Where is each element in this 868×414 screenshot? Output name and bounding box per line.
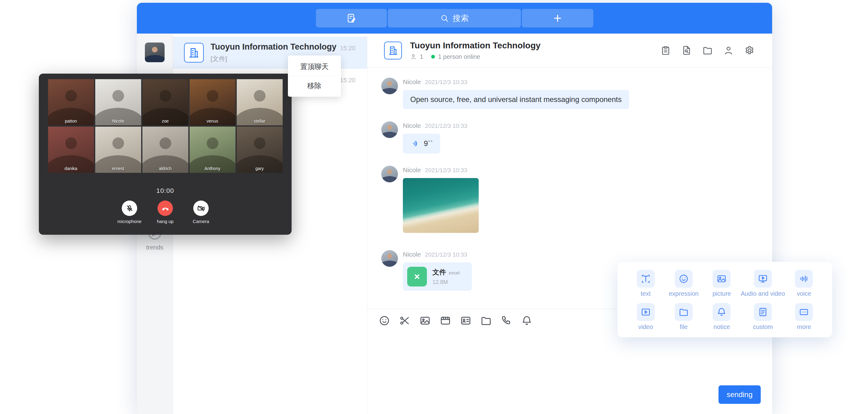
- mic-off-icon: [125, 204, 134, 213]
- participant-grid: patton Nicole zoe venus stellar danika e…: [39, 79, 291, 173]
- avatar[interactable]: [381, 121, 398, 138]
- online-text: 1 person online: [438, 53, 480, 60]
- doc-lines-icon: [758, 307, 768, 317]
- avatar[interactable]: [381, 77, 398, 94]
- file-ext: .excel: [447, 270, 460, 276]
- cam-off-icon: [197, 204, 205, 213]
- chat-title: Tuoyun Information Technology: [410, 41, 541, 51]
- id-card-icon[interactable]: [460, 315, 472, 326]
- participant-tile: patton: [48, 79, 94, 125]
- participant-name: Nicole: [95, 119, 141, 124]
- panel-item[interactable]: file: [664, 303, 703, 331]
- conversation-time: 15:20: [340, 77, 355, 84]
- participant-name: Anthony: [190, 166, 236, 171]
- panel-item-label: text: [641, 290, 651, 297]
- picture-icon: [716, 274, 727, 284]
- file-search-icon[interactable]: [681, 45, 692, 56]
- person-icon[interactable]: [723, 45, 734, 56]
- folder-icon[interactable]: [480, 315, 492, 326]
- member-count: 1: [420, 53, 423, 60]
- message-bubble[interactable]: Open source, free, and universal instant…: [403, 90, 629, 109]
- panel-item[interactable]: custom: [741, 303, 785, 331]
- phone-icon[interactable]: [501, 315, 512, 326]
- panel-item-label: file: [680, 323, 688, 330]
- participant-name: danika: [48, 166, 94, 171]
- avatar[interactable]: [381, 166, 398, 182]
- folder-icon[interactable]: [702, 45, 713, 56]
- beach-photo[interactable]: [403, 178, 479, 233]
- building-icon: [388, 45, 399, 56]
- note-button[interactable]: [316, 9, 387, 27]
- clapper-icon[interactable]: [439, 315, 451, 326]
- scissors-icon[interactable]: [399, 315, 410, 326]
- message-time: 2021/12/3 10:33: [425, 251, 467, 258]
- message-image: Nicole 2021/12/3 10:33: [381, 166, 772, 233]
- message-time: 2021/12/3 10:33: [425, 79, 467, 86]
- file-bubble[interactable]: 文件.excel 12.8M: [403, 262, 472, 291]
- message-voice: Nicole 2021/12/3 10:33 9``: [381, 121, 772, 153]
- participant-tile: gary: [237, 127, 283, 173]
- chat-actions: [660, 45, 755, 56]
- video-play-icon: [641, 307, 651, 317]
- smiley-icon[interactable]: [378, 315, 390, 326]
- voice-bubble[interactable]: 9``: [403, 134, 440, 153]
- participant-name: stellar: [237, 119, 283, 124]
- group-avatar: [384, 41, 402, 59]
- message-sender: Nicole: [403, 251, 421, 258]
- equalizer-icon: [799, 274, 809, 284]
- panel-item[interactable]: more: [785, 303, 823, 331]
- call-duration: 10:00: [39, 187, 291, 194]
- participant-name: aldrich: [143, 166, 188, 171]
- search-placeholder: 搜索: [453, 13, 469, 24]
- picture-icon[interactable]: [419, 315, 431, 326]
- text-icon: [641, 274, 651, 284]
- panel-item[interactable]: text: [627, 270, 664, 297]
- context-menu-item[interactable]: 移除: [288, 76, 341, 95]
- phone-down-icon: [161, 204, 169, 213]
- panel-item[interactable]: Audio and video: [741, 270, 785, 297]
- participant-tile: Anthony: [190, 127, 236, 173]
- bell-icon[interactable]: [521, 315, 533, 326]
- note-icon: [346, 12, 357, 24]
- user-avatar[interactable]: [145, 42, 164, 62]
- building-icon: [188, 46, 200, 59]
- panel-item[interactable]: notice: [703, 303, 741, 331]
- file-size: 12.8M: [432, 279, 460, 286]
- send-button[interactable]: sending: [718, 385, 761, 404]
- message-input-area[interactable]: sending: [367, 332, 772, 414]
- panel-item[interactable]: video: [627, 303, 664, 331]
- add-button[interactable]: [522, 9, 593, 27]
- message-time: 2021/12/3 10:33: [425, 167, 467, 174]
- voice-wave-icon: [410, 139, 420, 148]
- smiley-icon: [678, 274, 689, 284]
- online-dot: [431, 55, 435, 59]
- panel-item[interactable]: expression: [664, 270, 703, 297]
- participant-name: patton: [48, 119, 94, 124]
- panel-item[interactable]: picture: [703, 270, 741, 297]
- panel-item[interactable]: voice: [785, 270, 823, 297]
- voice-duration: 9``: [424, 139, 433, 148]
- panel-item-label: custom: [753, 323, 773, 330]
- clipboard-icon[interactable]: [660, 45, 671, 56]
- message-sender: Nicole: [403, 122, 421, 129]
- avatar[interactable]: [381, 250, 398, 267]
- participant-name: venus: [190, 119, 236, 124]
- group-avatar: [184, 43, 204, 63]
- message-type-panel: text expression picture Audio and video: [617, 262, 832, 337]
- screen-play-icon: [758, 274, 768, 284]
- participant-tile: ernest: [95, 127, 141, 173]
- search-input[interactable]: 搜索: [388, 9, 521, 27]
- panel-item-label: picture: [712, 290, 731, 297]
- context-menu-item[interactable]: 置顶聊天: [288, 57, 341, 76]
- gear-icon[interactable]: [744, 45, 755, 56]
- participant-tile: danika: [48, 127, 94, 173]
- call-control-button[interactable]: hang up: [155, 200, 176, 224]
- panel-item-label: voice: [797, 290, 811, 297]
- chat-header: Tuoyun Information Technology 1 1 person…: [367, 34, 772, 67]
- call-control-button[interactable]: Camera: [191, 200, 211, 224]
- panel-item-label: more: [797, 323, 811, 330]
- call-control-button[interactable]: microphone: [119, 200, 140, 224]
- panel-item-label: notice: [714, 323, 730, 330]
- participant-name: gary: [237, 166, 283, 171]
- participant-tile: aldrich: [143, 127, 188, 173]
